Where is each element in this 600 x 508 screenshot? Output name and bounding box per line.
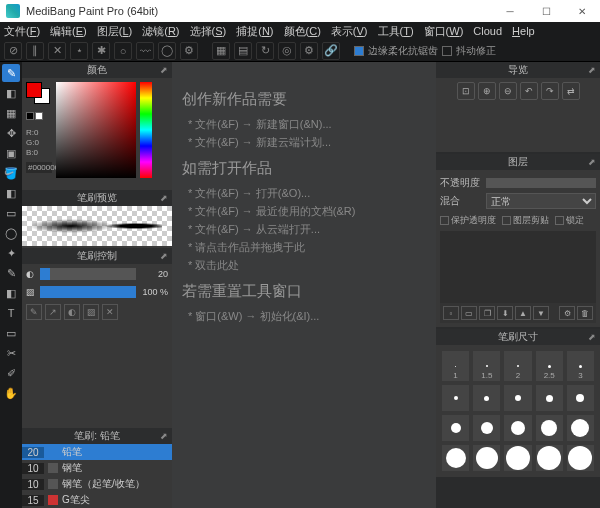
layer-down-icon[interactable]: ▼ [533,306,549,320]
menu-view[interactable]: 表示(V) [331,24,368,39]
brush-size-slider[interactable] [40,268,136,280]
divide-tool[interactable]: ✂ [2,344,20,362]
brush-size-cell[interactable]: 2.5 [536,351,563,381]
popout-icon[interactable]: ⬈ [160,251,168,261]
popout-icon[interactable]: ⬈ [160,193,168,203]
zoom-in-icon[interactable]: ⊕ [478,82,496,100]
snap-radial-icon[interactable]: ✱ [92,42,110,60]
maximize-button[interactable]: ☐ [528,0,564,22]
blend-mode-select[interactable]: 正常 [486,193,596,209]
hue-slider[interactable] [140,82,152,178]
brush-size-cell[interactable] [473,385,500,411]
menu-color[interactable]: 颜色(C) [284,24,321,39]
menu-layer[interactable]: 图层(L) [97,24,132,39]
brush-size-cell[interactable]: 3 [567,351,594,381]
duplicate-layer-icon[interactable]: ❐ [479,306,495,320]
zoom-fit-icon[interactable]: ⊡ [457,82,475,100]
operation-tool[interactable]: ▭ [2,324,20,342]
menu-cloud[interactable]: Cloud [473,25,502,37]
brush-opt-icon[interactable]: ↗ [45,304,61,320]
brush-size-cell[interactable] [536,385,563,411]
snap-gear-icon[interactable]: ⚙ [180,42,198,60]
grid-icon[interactable]: ▦ [212,42,230,60]
layer-settings-icon[interactable]: ⚙ [559,306,575,320]
menu-tool[interactable]: 工具(T) [378,24,414,39]
fg-bg-swatch[interactable] [26,82,52,106]
brush-size-cell[interactable] [536,445,563,471]
brush-size-cell[interactable]: 1.5 [473,351,500,381]
brush-list-item[interactable]: 15G笔尖 [22,492,172,508]
brush-size-cell[interactable]: 2 [504,351,531,381]
close-button[interactable]: ✕ [564,0,600,22]
layer-opacity-slider[interactable] [486,178,596,188]
add-layer-icon[interactable]: ▫ [443,306,459,320]
color-field[interactable] [56,82,136,178]
hand-tool[interactable]: ✋ [2,384,20,402]
gear-icon[interactable]: ⚙ [300,42,318,60]
fill-tool[interactable]: ▣ [2,144,20,162]
merge-layer-icon[interactable]: ⬇ [497,306,513,320]
select-lasso-tool[interactable]: ◯ [2,224,20,242]
snap-curve-icon[interactable]: 〰 [136,42,154,60]
rotate-cw-icon[interactable]: ↷ [541,82,559,100]
select-rect-tool[interactable]: ▭ [2,204,20,222]
dot-tool[interactable]: ▦ [2,104,20,122]
eyedropper-tool[interactable]: ✐ [2,364,20,382]
menu-help[interactable]: Help [512,25,535,37]
aa-checkbox[interactable] [354,46,364,56]
add-folder-icon[interactable]: ▭ [461,306,477,320]
menu-file[interactable]: 文件(F) [4,24,40,39]
shake-checkbox[interactable] [442,46,452,56]
brush-size-cell[interactable] [504,385,531,411]
brush-opt-icon[interactable]: ◐ [64,304,80,320]
snap-vanish-icon[interactable]: ⋆ [70,42,88,60]
layer-up-icon[interactable]: ▲ [515,306,531,320]
brush-size-cell[interactable] [442,385,469,411]
brush-opacity-slider[interactable] [40,286,136,298]
snap-off-icon[interactable]: ⊘ [4,42,22,60]
brush-opt-icon[interactable]: ✎ [26,304,42,320]
menu-snap[interactable]: 捕捉(N) [236,24,273,39]
move-tool[interactable]: ✥ [2,124,20,142]
brush-size-cell[interactable] [442,445,469,471]
minimize-button[interactable]: ─ [492,0,528,22]
link-icon[interactable]: 🔗 [322,42,340,60]
menu-select[interactable]: 选择(S) [190,24,227,39]
zoom-out-icon[interactable]: ⊖ [499,82,517,100]
snap-cross-icon[interactable]: ✕ [48,42,66,60]
snap-circle-icon[interactable]: ○ [114,42,132,60]
brush-size-cell[interactable] [504,445,531,471]
brush-opt-icon[interactable]: ▨ [83,304,99,320]
brush-tool[interactable]: ✎ [2,64,20,82]
refresh-icon[interactable]: ↻ [256,42,274,60]
snap-ellipse-icon[interactable]: ◯ [158,42,176,60]
popout-icon[interactable]: ⬈ [588,157,596,167]
lock-checkbox[interactable] [555,216,564,225]
brush-list-item[interactable]: 10钢笔（起笔/收笔） [22,476,172,492]
brush-size-cell[interactable] [567,385,594,411]
brush-opt-icon[interactable]: ✕ [102,304,118,320]
snap-parallel-icon[interactable]: ∥ [26,42,44,60]
flip-icon[interactable]: ⇄ [562,82,580,100]
eraser-tool[interactable]: ◧ [2,84,20,102]
protect-alpha-checkbox[interactable] [440,216,449,225]
popout-icon[interactable]: ⬈ [160,431,168,441]
layer-list-area[interactable] [440,231,596,303]
brush-size-cell[interactable] [504,415,531,441]
gradient-tool[interactable]: ◧ [2,184,20,202]
delete-layer-icon[interactable]: 🗑 [577,306,593,320]
text-tool[interactable]: T [2,304,20,322]
popout-icon[interactable]: ⬈ [588,65,596,75]
brush-list-item[interactable]: 20铅笔 [22,444,172,460]
menu-window[interactable]: 窗口(W) [424,24,464,39]
select-pen-tool[interactable]: ✎ [2,264,20,282]
brush-size-cell[interactable]: 1 [442,351,469,381]
brush-list-item[interactable]: 10钢笔 [22,460,172,476]
select-wand-tool[interactable]: ✦ [2,244,20,262]
brush-size-cell[interactable] [567,445,594,471]
hex-readout[interactable]: #000000 [26,162,52,173]
menu-edit[interactable]: 编辑(E) [50,24,87,39]
ruler-icon[interactable]: ▤ [234,42,252,60]
popout-icon[interactable]: ⬈ [588,332,596,342]
select-eraser-tool[interactable]: ◧ [2,284,20,302]
